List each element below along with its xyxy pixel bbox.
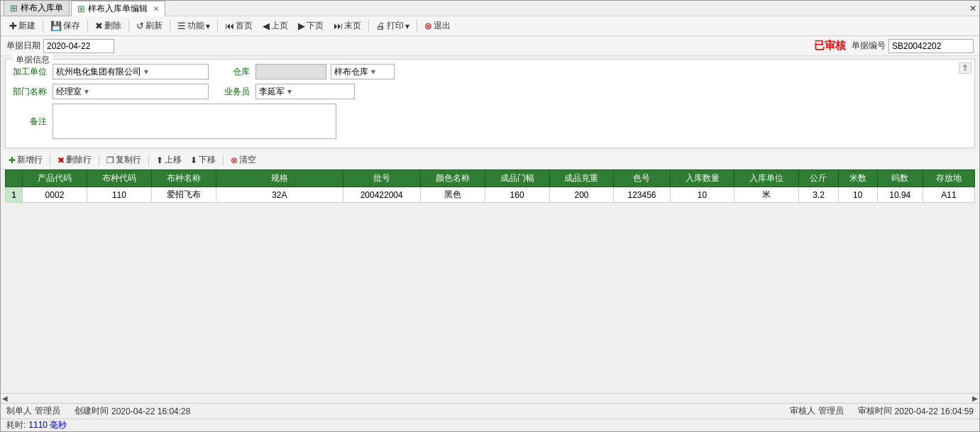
prev-page-button[interactable]: ◀ 上页 — [258, 18, 292, 33]
cell-product-code: 0002 — [23, 187, 87, 203]
clear-button[interactable]: ⊗ 清空 — [227, 153, 260, 167]
tab2-close[interactable]: ✕ — [153, 5, 159, 13]
doc-number-input[interactable] — [888, 39, 974, 53]
clear-label: 清空 — [239, 154, 256, 166]
add-row-label: 新增行 — [17, 154, 43, 166]
time-spent-label: 耗时: — [6, 419, 26, 431]
grid-sep4 — [223, 155, 224, 166]
sep5 — [217, 20, 218, 33]
copy-row-icon: ❐ — [106, 155, 114, 165]
exit-button[interactable]: ⊗ 退出 — [420, 18, 455, 33]
grid-toolbar: ✚ 新增行 ✖ 删除行 ❐ 复制行 ⬆ 上移 ⬇ 下移 ⊗ 清空 — [1, 151, 979, 170]
refresh-button[interactable]: ↺ 刷新 — [132, 18, 167, 33]
horizontal-scrollbar[interactable]: ◀ ▶ — [1, 393, 979, 403]
warehouse-select[interactable]: 样布仓库 ▾ — [331, 64, 395, 79]
sep6 — [368, 20, 369, 33]
department-arrow: ▾ — [84, 87, 89, 96]
exit-icon: ⊗ — [424, 21, 432, 31]
add-row-button[interactable]: ✚ 新增行 — [5, 153, 46, 167]
time-spent-value: 1110 毫秒 — [28, 419, 67, 431]
refresh-label: 刷新 — [145, 20, 163, 32]
data-table: 产品代码 布种代码 布种名称 规格 批号 颜色名称 成品门幅 成品克重 色号 入… — [5, 170, 975, 203]
sep4 — [170, 20, 170, 33]
doc-number-label: 单据编号 — [852, 40, 886, 52]
last-page-button[interactable]: ⏭ 末页 — [329, 18, 365, 33]
window-close-btn[interactable]: ✕ — [969, 4, 976, 13]
move-down-button[interactable]: ⬇ 下移 — [187, 153, 219, 167]
move-up-button[interactable]: ⬆ 上移 — [153, 153, 185, 167]
col-spec: 规格 — [216, 170, 343, 187]
next-page-button[interactable]: ▶ 下页 — [294, 18, 328, 33]
tab1-label: 样布入库单 — [21, 2, 63, 14]
form-section-title: 单据信息 — [13, 54, 53, 66]
department-label: 部门名称 — [11, 86, 47, 98]
date-label: 单据日期 — [6, 40, 40, 52]
print-button[interactable]: 🖨 打印 ▾ — [372, 18, 414, 33]
function-button[interactable]: ☰ 功能 ▾ — [173, 18, 214, 33]
date-input[interactable] — [43, 39, 114, 53]
table-container: 产品代码 布种代码 布种名称 规格 批号 颜色名称 成品门幅 成品克重 色号 入… — [5, 170, 975, 393]
cell-color-no: 123456 — [614, 187, 670, 203]
department-select[interactable]: 经理室 ▾ — [53, 84, 209, 99]
form-collapse-btn[interactable]: ⇑ — [959, 62, 971, 74]
department-value: 经理室 — [56, 86, 82, 98]
prev-page-icon: ◀ — [263, 21, 270, 31]
status-bar: 制单人 管理员 创建时间 2020-04-22 16:04:28 审核人 管理员… — [1, 403, 979, 419]
col-inbound-unit: 入库单位 — [734, 170, 799, 187]
remark-input[interactable] — [53, 104, 336, 139]
move-down-icon: ⬇ — [190, 155, 197, 165]
first-page-icon: ⏮ — [225, 21, 234, 31]
tab-edit[interactable]: ⊞ 样布入库单编辑 ✕ — [71, 1, 165, 16]
refresh-icon: ↺ — [136, 21, 144, 31]
last-page-label: 末页 — [344, 20, 361, 32]
processing-unit-arrow: ▾ — [144, 67, 148, 77]
grid-sep2 — [99, 155, 99, 166]
new-button[interactable]: ✚ 新建 — [5, 18, 40, 33]
delete-button[interactable]: ✖ 删除 — [91, 18, 126, 33]
cell-spec: 32A — [216, 187, 343, 203]
copy-row-button[interactable]: ❐ 复制行 — [103, 153, 145, 167]
auditor-value: 管理员 — [818, 405, 844, 417]
save-button[interactable]: 💾 保存 — [46, 18, 84, 33]
sep1 — [43, 20, 43, 33]
col-seq — [6, 170, 23, 187]
tab1-icon: ⊞ — [10, 3, 18, 13]
sales-rep-value: 李延军 — [259, 86, 285, 98]
form-section: 单据信息 ⇑ 加工单位 杭州电化集团有限公司 ▾ 仓库 样布仓库 ▾ 部门名称 … — [5, 59, 975, 148]
audited-time-label: 审核时间 — [858, 405, 892, 417]
form-row-3: 备注 — [11, 104, 969, 139]
function-label: 功能 — [187, 20, 204, 32]
table-header-row: 产品代码 布种代码 布种名称 规格 批号 颜色名称 成品门幅 成品克重 色号 入… — [6, 170, 975, 187]
move-up-label: 上移 — [165, 154, 182, 166]
cell-batch: 200422004 — [343, 187, 420, 203]
tab-list[interactable]: ⊞ 样布入库单 — [4, 0, 70, 16]
auditor-item: 审核人 管理员 — [790, 405, 844, 417]
col-inbound-qty: 入库数量 — [670, 170, 734, 187]
scroll-right-btn[interactable]: ▶ — [972, 394, 978, 402]
new-label: 新建 — [18, 20, 35, 32]
save-icon: 💾 — [50, 21, 62, 31]
function-arrow: ▾ — [206, 21, 210, 31]
processing-unit-select[interactable]: 杭州电化集团有限公司 ▾ — [53, 64, 209, 79]
auditor-label: 审核人 — [790, 405, 815, 417]
col-fabric-code: 布种代码 — [87, 170, 151, 187]
warehouse-arrow: ▾ — [371, 67, 375, 77]
cell-fabric-code: 110 — [87, 187, 151, 203]
sep7 — [417, 20, 417, 33]
creator-value: 管理员 — [35, 405, 60, 417]
print-icon: 🖨 — [376, 21, 385, 31]
sales-rep-select[interactable]: 李延军 ▾ — [255, 84, 355, 99]
add-row-icon: ✚ — [9, 155, 16, 165]
col-weight: 成品克重 — [549, 170, 614, 187]
table-row[interactable]: 10002110爱招飞布32A200422004黑色16020012345610… — [6, 187, 975, 203]
table-body: 10002110爱招飞布32A200422004黑色16020012345610… — [6, 187, 975, 203]
warehouse-bg — [255, 64, 326, 79]
processing-unit-label: 加工单位 — [11, 66, 47, 78]
form-row-2: 部门名称 经理室 ▾ 业务员 李延军 ▾ — [11, 84, 969, 99]
grid-sep3 — [148, 155, 149, 166]
delete-row-button[interactable]: ✖ 删除行 — [54, 153, 95, 167]
print-arrow: ▾ — [405, 21, 409, 31]
scroll-left-btn[interactable]: ◀ — [2, 394, 8, 402]
first-page-button[interactable]: ⏮ 首页 — [221, 18, 257, 33]
last-page-icon: ⏭ — [334, 21, 343, 31]
